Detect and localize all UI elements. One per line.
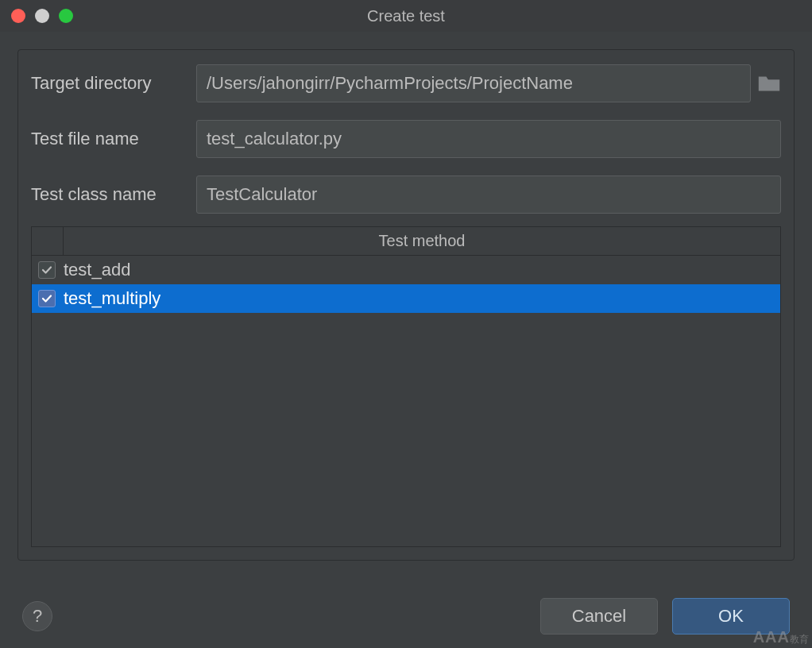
table-header: Test method [32,227,780,256]
browse-folder-icon[interactable] [757,74,781,93]
test-method-table: Test method test_addtest_multiply [31,226,781,547]
test-class-row: Test class name [31,176,781,214]
form-panel: Target directory Test file name Test cla… [17,49,795,561]
table-header-checkbox-col [32,227,64,255]
window-title: Create test [367,7,445,25]
row-checkbox[interactable] [38,261,56,279]
test-class-label: Test class name [31,184,190,205]
table-header-method: Test method [64,227,780,255]
dialog-footer: ? Cancel OK [0,584,812,648]
minimize-window-button[interactable] [35,9,49,23]
target-directory-input[interactable] [196,64,751,102]
row-checkbox[interactable] [38,290,56,307]
test-file-label: Test file name [31,129,190,149]
table-row[interactable]: test_multiply [32,284,780,313]
row-label: test_add [64,260,130,280]
target-directory-row: Target directory [31,64,781,102]
titlebar: Create test [0,0,812,32]
close-window-button[interactable] [11,9,25,23]
help-button[interactable]: ? [22,601,52,631]
table-row[interactable]: test_add [32,256,780,284]
row-label: test_multiply [64,288,160,309]
ok-button[interactable]: OK [672,598,790,634]
dialog-content: Target directory Test file name Test cla… [0,32,812,561]
target-directory-label: Target directory [31,73,190,94]
test-file-input[interactable] [196,120,781,158]
cancel-button[interactable]: Cancel [540,598,658,634]
zoom-window-button[interactable] [59,9,73,23]
test-class-input[interactable] [196,176,781,214]
table-body: test_addtest_multiply [32,256,780,313]
test-file-row: Test file name [31,120,781,158]
window-controls [11,9,73,23]
